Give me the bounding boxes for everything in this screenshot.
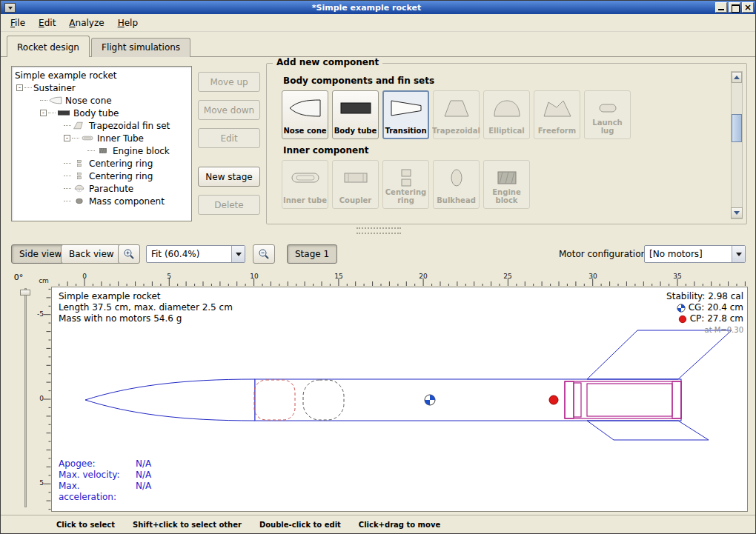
add-bulkhead-button[interactable]: Bulkhead bbox=[433, 160, 480, 209]
app-icon[interactable] bbox=[4, 3, 16, 13]
tree-collapse-icon[interactable]: - bbox=[40, 110, 47, 116]
menu-analyze[interactable]: Analyze bbox=[62, 15, 110, 31]
component-button-label: Body tube bbox=[334, 127, 377, 135]
tree-item-centering-ring[interactable]: Centering ring bbox=[12, 170, 191, 182]
menu-file[interactable]: File bbox=[4, 15, 32, 31]
maximize-button[interactable] bbox=[729, 2, 740, 13]
tree-item-mass-component[interactable]: Mass component bbox=[12, 195, 191, 207]
scrollbar-thumb[interactable] bbox=[732, 114, 742, 142]
back-view-button[interactable]: Back view bbox=[61, 244, 122, 264]
cg-marker bbox=[425, 395, 435, 405]
freeform-icon bbox=[540, 98, 574, 119]
ruler-label: 15 bbox=[334, 273, 342, 280]
add-trapezoidal-button[interactable]: Trapezoidal bbox=[433, 90, 480, 139]
coupler-icon bbox=[339, 167, 373, 188]
panel-splitter[interactable] bbox=[357, 227, 401, 234]
status-hint: Double-click to edit bbox=[259, 521, 341, 529]
add-inner-tube-button[interactable]: Inner tube bbox=[282, 160, 328, 209]
cg-value: CG: 20.4 cm bbox=[689, 302, 743, 313]
zoom-out-button[interactable] bbox=[253, 244, 275, 264]
finset-icon bbox=[73, 121, 86, 130]
scrollbar-track[interactable] bbox=[732, 83, 742, 207]
rocket-canvas[interactable]: Simple example rocket Length 37.5 cm, ma… bbox=[51, 287, 748, 512]
menu-edit[interactable]: Edit bbox=[32, 15, 62, 31]
new-stage-button[interactable]: New stage bbox=[198, 167, 260, 187]
tree-item-inner-tube[interactable]: -Inner Tube bbox=[12, 132, 191, 144]
result-label: Max. velocity: bbox=[59, 470, 136, 481]
parachute-icon bbox=[73, 184, 86, 193]
tab-rocket-design[interactable]: Rocket design bbox=[7, 36, 90, 57]
scroll-down-button[interactable] bbox=[731, 207, 743, 218]
motor-configuration-value: [No motors] bbox=[645, 246, 732, 262]
fin-bottom-shape[interactable] bbox=[587, 421, 709, 440]
tree-item-parachute[interactable]: Parachute bbox=[12, 182, 191, 195]
add-freeform-button[interactable]: Freeform bbox=[534, 90, 580, 139]
tab-flight-simulations[interactable]: Flight simulations bbox=[91, 38, 190, 57]
minimize-button[interactable] bbox=[715, 2, 727, 13]
cp-marker bbox=[549, 396, 558, 404]
tree-collapse-icon[interactable]: - bbox=[64, 135, 70, 141]
tree-item-simple-example-rocket[interactable]: Simple example rocket bbox=[12, 69, 191, 81]
top-ruler-ticks bbox=[51, 273, 748, 286]
add-coupler-button[interactable]: Coupler bbox=[332, 160, 379, 209]
component-tree[interactable]: Simple example rocket-SustainerNose cone… bbox=[11, 66, 192, 221]
component-button-label: Bulkhead bbox=[437, 196, 476, 204]
flight-results: Apogee:N/AMax. velocity:N/AMax. accelera… bbox=[59, 458, 151, 503]
component-group-label: Body components and fin sets bbox=[283, 76, 724, 86]
tree-item-engine-block[interactable]: Engine block bbox=[12, 144, 191, 157]
rotation-slider-thumb[interactable] bbox=[20, 290, 30, 296]
add-transition-button[interactable]: Transition bbox=[382, 90, 429, 139]
ruler-label: -5 bbox=[36, 310, 44, 318]
close-button[interactable] bbox=[742, 2, 754, 13]
bodytube-icon bbox=[57, 109, 70, 117]
zoom-in-button[interactable] bbox=[118, 244, 140, 264]
status-hint: Shift+click to select other bbox=[133, 521, 242, 529]
status-bar: Click to selectShift+click to select oth… bbox=[1, 515, 755, 533]
component-panel-scrollbar[interactable] bbox=[731, 71, 743, 219]
ruler-label: 5 bbox=[167, 273, 171, 280]
add-launch-lug-button[interactable]: Launch lug bbox=[584, 90, 631, 139]
tree-connector bbox=[64, 163, 71, 164]
zoom-select[interactable]: Fit (60.4%) bbox=[146, 245, 245, 263]
nose-cone-shape[interactable] bbox=[85, 379, 255, 421]
fin-top-shape[interactable] bbox=[587, 330, 732, 379]
motor-select-arrow-button[interactable] bbox=[732, 246, 745, 262]
add-centering-ring-button[interactable]: Centering ring bbox=[382, 160, 429, 209]
add-elliptical-button[interactable]: Elliptical bbox=[483, 90, 530, 139]
tree-item-trapezoidal-fin-set[interactable]: Trapezoidal fin set bbox=[12, 119, 191, 132]
motor-configuration-select[interactable]: [No motors] bbox=[644, 245, 746, 263]
delete-button[interactable]: Delete bbox=[198, 195, 260, 215]
body-tube-shape[interactable] bbox=[255, 379, 681, 421]
rotation-slider-track[interactable] bbox=[24, 288, 27, 507]
edit-button[interactable]: Edit bbox=[198, 128, 260, 148]
tree-collapse-icon[interactable]: - bbox=[16, 84, 23, 91]
chevron-down-icon bbox=[736, 253, 742, 259]
tree-item-nose-cone[interactable]: Nose cone bbox=[12, 94, 191, 107]
tree-item-centering-ring[interactable]: Centering ring bbox=[12, 157, 191, 170]
add-nose-cone-button[interactable]: Nose cone bbox=[282, 90, 328, 139]
tree-item-label: Nose cone bbox=[65, 96, 112, 106]
move-up-button[interactable]: Move up bbox=[198, 72, 260, 92]
move-down-button[interactable]: Move down bbox=[198, 100, 260, 120]
component-button-row: Inner tubeCouplerCentering ringBulkheadE… bbox=[282, 160, 724, 209]
arrow-up-icon bbox=[734, 73, 740, 79]
stage-1-toggle[interactable]: Stage 1 bbox=[287, 244, 337, 264]
rotation-slider[interactable] bbox=[20, 288, 30, 507]
zoom-in-icon bbox=[123, 248, 135, 260]
tree-connector bbox=[72, 138, 79, 138]
tree-item-label: Trapezoidal fin set bbox=[89, 121, 170, 131]
tree-item-body-tube[interactable]: -Body tube bbox=[12, 107, 191, 119]
elliptical-icon bbox=[490, 98, 524, 119]
tree-item-sustainer[interactable]: -Sustainer bbox=[12, 81, 191, 94]
tree-actions: Move upMove downEditNew stageDelete bbox=[198, 72, 260, 223]
component-group-label: Inner component bbox=[283, 145, 724, 156]
zoom-select-arrow-button[interactable] bbox=[231, 246, 245, 262]
rocket-dimensions: Length 37.5 cm, max. diameter 2.5 cm bbox=[59, 302, 233, 313]
add-engine-block-button[interactable]: Engine block bbox=[483, 160, 530, 209]
menu-help[interactable]: Help bbox=[111, 15, 145, 31]
result-label: Apogee: bbox=[59, 458, 136, 470]
component-button-label: Launch lug bbox=[586, 119, 629, 135]
tree-item-label: Simple example rocket bbox=[15, 70, 116, 81]
add-body-tube-button[interactable]: Body tube bbox=[332, 90, 379, 139]
scroll-up-button[interactable] bbox=[732, 72, 742, 83]
